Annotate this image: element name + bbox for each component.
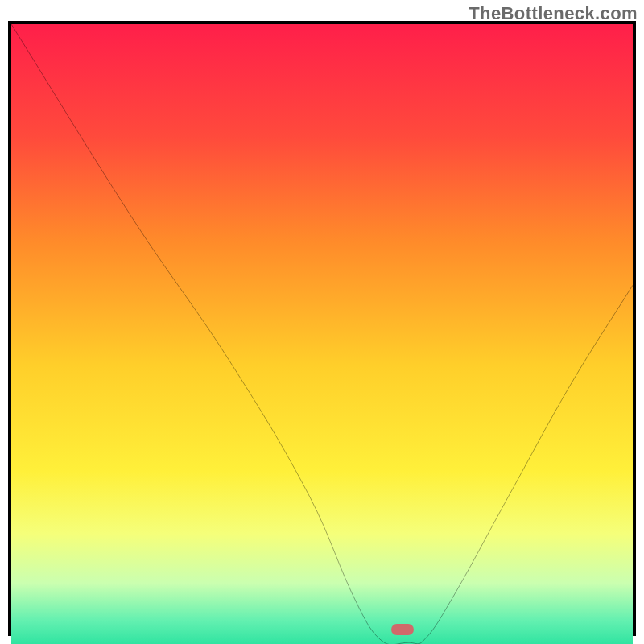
optimum-marker <box>391 624 414 635</box>
bottleneck-curve <box>11 24 633 644</box>
plot-area <box>8 21 636 636</box>
chart-stage: TheBottleneck.com <box>0 0 644 644</box>
